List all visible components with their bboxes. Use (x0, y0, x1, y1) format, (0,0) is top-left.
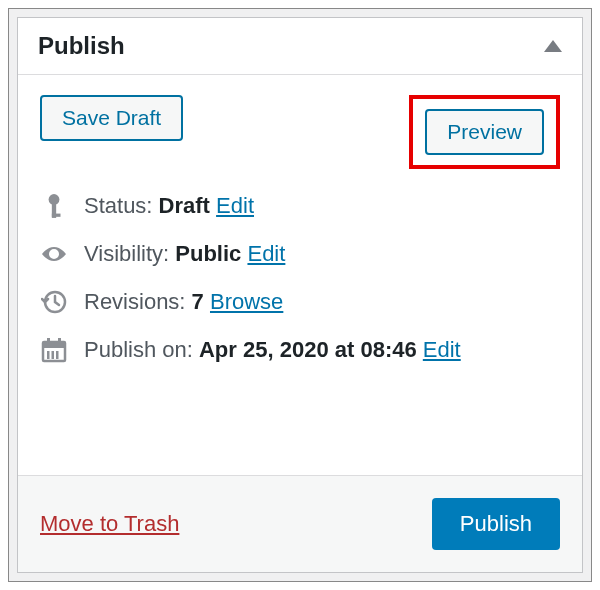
outer-frame: Publish Save Draft Preview Status: Draft… (8, 8, 592, 582)
eye-icon (40, 244, 68, 264)
svg-point-0 (49, 194, 60, 205)
revisions-browse-link[interactable]: Browse (210, 289, 283, 314)
publish-on-text: Publish on: Apr 25, 2020 at 08:46 Edit (84, 337, 461, 363)
svg-rect-11 (56, 351, 59, 359)
actions-row: Save Draft Preview (40, 95, 560, 169)
history-icon (40, 289, 68, 315)
revisions-text: Revisions: 7 Browse (84, 289, 283, 315)
preview-highlight: Preview (409, 95, 560, 169)
collapse-icon (544, 40, 562, 52)
preview-button[interactable]: Preview (425, 109, 544, 155)
save-draft-button[interactable]: Save Draft (40, 95, 183, 141)
svg-rect-2 (52, 214, 61, 217)
publish-button[interactable]: Publish (432, 498, 560, 550)
panel-title: Publish (38, 32, 125, 60)
status-text: Status: Draft Edit (84, 193, 254, 219)
publish-on-value: Apr 25, 2020 at 08:46 (199, 337, 417, 362)
visibility-edit-link[interactable]: Edit (247, 241, 285, 266)
revisions-value: 7 (192, 289, 204, 314)
svg-point-3 (52, 252, 57, 257)
publish-metabox: Publish Save Draft Preview Status: Draft… (17, 17, 583, 573)
status-value: Draft (159, 193, 210, 218)
visibility-row: Visibility: Public Edit (40, 241, 560, 267)
publish-on-edit-link[interactable]: Edit (423, 337, 461, 362)
panel-header[interactable]: Publish (18, 18, 582, 75)
svg-rect-10 (52, 351, 55, 359)
status-label: Status: (84, 193, 152, 218)
svg-rect-9 (47, 351, 50, 359)
panel-footer: Move to Trash Publish (18, 475, 582, 572)
status-row: Status: Draft Edit (40, 193, 560, 219)
svg-rect-8 (58, 338, 61, 344)
move-to-trash-link[interactable]: Move to Trash (40, 511, 179, 537)
svg-rect-6 (43, 342, 65, 348)
revisions-row: Revisions: 7 Browse (40, 289, 560, 315)
visibility-label: Visibility: (84, 241, 169, 266)
svg-rect-7 (47, 338, 50, 344)
panel-body: Save Draft Preview Status: Draft Edit (18, 75, 582, 475)
calendar-icon (40, 337, 68, 363)
publish-on-row: Publish on: Apr 25, 2020 at 08:46 Edit (40, 337, 560, 363)
visibility-value: Public (175, 241, 241, 266)
publish-on-label: Publish on: (84, 337, 193, 362)
status-edit-link[interactable]: Edit (216, 193, 254, 218)
visibility-text: Visibility: Public Edit (84, 241, 285, 267)
revisions-label: Revisions: (84, 289, 185, 314)
key-icon (40, 193, 68, 219)
